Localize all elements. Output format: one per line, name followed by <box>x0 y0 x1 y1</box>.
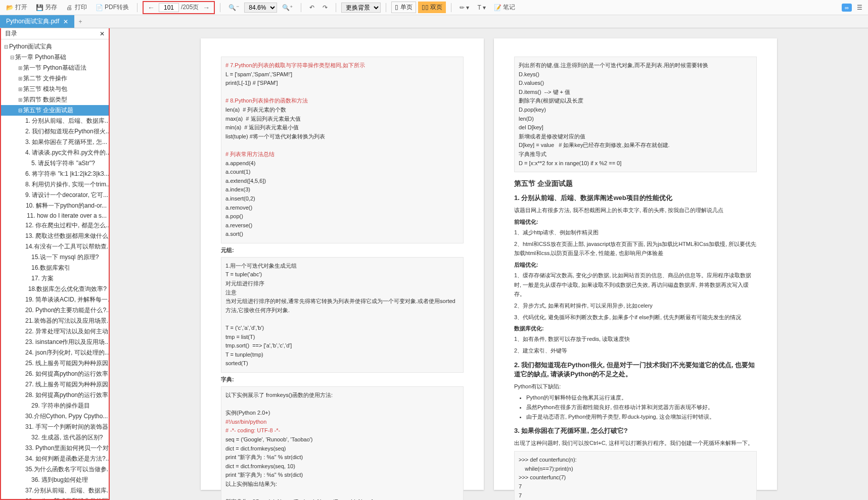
toc-leaf[interactable]: 20. Python的主要功能是什么?... <box>1 305 109 316</box>
print-icon: 🖨 <box>65 4 73 12</box>
page-navigation: ← /205页 → <box>143 1 215 14</box>
tab-document[interactable]: Python面试宝典.pdf ✕ <box>0 15 74 28</box>
code-block: >>> def counterfunc(n): while(n==7):prin… <box>514 451 757 500</box>
toc-leaf[interactable]: 10. 解释一下python的and-or... <box>1 201 109 211</box>
separator <box>386 3 386 12</box>
sidebar-title: 目录 <box>5 29 17 38</box>
toc-leaf[interactable]: 11. how do I iterate over a s... <box>1 211 109 220</box>
section-label: 元组: <box>221 246 464 254</box>
toc-leaf[interactable]: 15.说一下 mysql 的原理? <box>1 252 109 263</box>
toc-leaf[interactable]: 30.介绍Cython, Pypy Cpytho... <box>1 411 109 422</box>
toc-leaf[interactable]: 23. isinstance作用以及应用场... <box>1 337 109 347</box>
separator <box>301 3 301 12</box>
toc-leaf[interactable]: 38. python新式类和经典类的区... <box>1 496 109 499</box>
tab-bar: Python面试宝典.pdf ✕ + <box>0 15 868 28</box>
double-page-button[interactable]: ▯▯ 双页 <box>418 2 446 13</box>
toc-leaf[interactable]: 33. Python里面如何拷贝一个对... <box>1 443 109 454</box>
zoom-select[interactable]: 84.6% <box>244 3 277 13</box>
toc-leaf[interactable]: 17. 方案 <box>1 273 109 284</box>
zoom-in-button[interactable]: 🔍⁺ <box>279 3 296 12</box>
toc-leaf[interactable]: 2. 我们都知道现在Python很火... <box>1 126 109 137</box>
page-right: 列出所有的键,值.注意得到的是一个可迭代对象,而不是列表.用的时候需要转换 D.… <box>494 38 777 490</box>
table-of-contents[interactable]: ⊟Python面试宝典 ⊟第一章 Python基础 ⊞第一节 Python基础语… <box>1 39 109 499</box>
toc-leaf[interactable]: 31. 手写一个判断时间的装饰器... <box>1 422 109 432</box>
page-left: # 7.Python的列表的截取与字符串操作类型相同,如下所示 L = ['sp… <box>201 38 484 490</box>
toc-leaf[interactable]: 18.数据库怎么优化查询效率? <box>1 284 109 294</box>
toc-leaf[interactable]: 5. 请反转字符串 "aStr"? <box>1 158 109 169</box>
toc-section[interactable]: ⊞第一节 Python基础语法 <box>1 63 109 73</box>
toc-leaf[interactable]: 35.为什么函数名字可以当做参... <box>1 464 109 475</box>
toc-leaf[interactable]: 28. 如何提高python的运行效率... <box>1 390 109 401</box>
toc-leaf[interactable]: 37.分别从前端、后端、数据库... <box>1 485 109 496</box>
toc-section-selected[interactable]: ⊟第五节 企业面试题 <box>1 105 109 116</box>
bullet-list: Python的可解释特征会拖累其运行速度。 虽然Python在很多方面都性能良好… <box>514 393 757 421</box>
toc-leaf[interactable]: 16.数据库索引 <box>1 263 109 273</box>
label: 数据库优化: <box>514 325 757 332</box>
note-button[interactable]: 📝 笔记 <box>491 2 518 13</box>
next-page-button[interactable]: → <box>201 4 212 12</box>
toc-leaf[interactable]: 3. 如果你困在了死循环里, 怎... <box>1 137 109 147</box>
toc-leaf[interactable]: 25. 线上服务可能因为种种原因... <box>1 358 109 369</box>
toc-leaf[interactable]: 32. 生成器, 迭代器的区别? <box>1 432 109 443</box>
toc-leaf[interactable]: 6. 将字符串 "k:1 |k1:2|k2:3|k3... <box>1 169 109 179</box>
toc-leaf[interactable]: 12. 你在爬虫过程中, 都是怎么... <box>1 220 109 231</box>
list-item: Python的可解释特征会拖累其运行速度。 <box>526 393 757 403</box>
text-button[interactable]: T ▾ <box>474 3 488 12</box>
main-toolbar: 📂打开 💾另存 🖨打印 📄PDF转换 ← /205页 → 🔍⁻ 84.6% 🔍⁺… <box>0 0 868 15</box>
paragraph: 2、异步方式, 如果有耗时操作, 可以采用异步, 比如celery <box>514 301 757 311</box>
background-select[interactable]: 更换背景 <box>341 3 381 13</box>
toc-leaf[interactable]: 14.有没有一个工具可以帮助查... <box>1 241 109 252</box>
single-page-button[interactable]: ▯ 单页 <box>391 2 416 13</box>
corner-button[interactable]: ∞ <box>842 4 852 12</box>
close-icon[interactable]: ✕ <box>63 18 68 25</box>
page-input[interactable] <box>159 3 179 12</box>
toc-leaf[interactable]: 13. 爬取这些数据都用来做什么... <box>1 231 109 241</box>
prev-page-button[interactable]: ← <box>146 4 157 12</box>
tab-label: Python面试宝典.pdf <box>6 17 59 26</box>
content-area[interactable]: # 7.Python的列表的截取与字符串操作类型相同,如下所示 L = ['sp… <box>110 28 868 500</box>
rotate-right-button[interactable]: ↷ <box>319 3 331 12</box>
question-title: 1. 分别从前端、后端、数据库阐述web项目的性能优化 <box>514 193 757 203</box>
menu-button[interactable]: ☰ <box>854 3 865 12</box>
new-tab-button[interactable]: + <box>74 16 86 27</box>
toc-leaf[interactable]: 1. 分别从前端、后端、数据库... <box>1 116 109 126</box>
question-title: 2. 我们都知道现在Python很火, 但是对于一门技术我们不光要知道它的优点,… <box>514 361 757 379</box>
print-button[interactable]: 🖨打印 <box>62 2 90 13</box>
toc-leaf[interactable]: 8. 利用切片操作, 实现一个trim... <box>1 179 109 190</box>
toc-section[interactable]: ⊞第二节 文件操作 <box>1 73 109 84</box>
toc-leaf[interactable]: 27. 线上服务可能因为种种原因... <box>1 379 109 390</box>
zoom-out-button[interactable]: 🔍⁻ <box>225 3 242 12</box>
toc-leaf[interactable]: 4. 请谈谈.pyc文件和.py文件的... <box>1 147 109 158</box>
toc-section[interactable]: ⊞第三节 模块与包 <box>1 84 109 94</box>
open-button[interactable]: 📂打开 <box>3 2 30 13</box>
close-sidebar-button[interactable]: ✕ <box>100 30 105 37</box>
toc-leaf[interactable]: 36. 遇到bug如何处理 <box>1 475 109 485</box>
code-block: 1.用一个可迭代对象生成元组 T = tuple('abc') 对元组进行排序 … <box>221 257 464 373</box>
question-title: 3. 如果你困在了死循环里, 怎么打破它? <box>514 426 757 435</box>
rotate-left-button[interactable]: ↶ <box>306 3 317 12</box>
toc-chapter[interactable]: ⊟第一章 Python基础 <box>1 52 109 63</box>
toc-leaf[interactable]: 9. 请设计一个decorator, 它可... <box>1 190 109 201</box>
toc-leaf[interactable]: 24. json序列化时, 可以处理的... <box>1 347 109 358</box>
toc-leaf[interactable]: 22. 异常处理写法以及如何主动... <box>1 326 109 337</box>
toc-leaf[interactable]: 26. 如何提高python的运行效率... <box>1 369 109 379</box>
paragraph: 1、如有条件, 数据可以存放于redis, 读取速度快 <box>514 334 757 344</box>
toc-section[interactable]: ⊞第四节 数据类型 <box>1 94 109 105</box>
paragraph: Python有以下缺陷: <box>514 382 757 391</box>
label: 后端优化: <box>514 261 757 269</box>
paragraph: 出现了这种问题时, 我们可以按Ctrl+C, 这样可以打断执行程序。我们创建一个… <box>514 438 757 448</box>
toc-leaf[interactable]: 34. 如何判断是函数还是方法?... <box>1 454 109 464</box>
paragraph: 3、代码优化, 避免循环和判断次数太多, 如果多个if else判断, 优先判断… <box>514 313 757 322</box>
toc-leaf[interactable]: 19. 简单谈谈ACID, 并解释每一... <box>1 294 109 305</box>
toc-leaf[interactable]: 21.装饰器的写法以及应用场景... <box>1 316 109 326</box>
section-label: 字典: <box>221 376 464 383</box>
open-icon: 📂 <box>6 4 14 12</box>
highlight-button[interactable]: ✏ ▾ <box>456 3 472 12</box>
list-item: 虽然Python在很多方面都性能良好, 但在移动计算和浏览器方面表现不够好。 <box>526 403 757 412</box>
saveas-button[interactable]: 💾另存 <box>32 2 60 13</box>
toc-root[interactable]: ⊟Python面试宝典 <box>1 41 109 52</box>
toc-leaf[interactable]: 29. 字符串的操作题目 <box>1 401 109 411</box>
sidebar-header: 目录 ✕ <box>1 28 109 39</box>
pdf-convert-button[interactable]: 📄PDF转换 <box>92 2 132 13</box>
separator <box>451 3 451 12</box>
